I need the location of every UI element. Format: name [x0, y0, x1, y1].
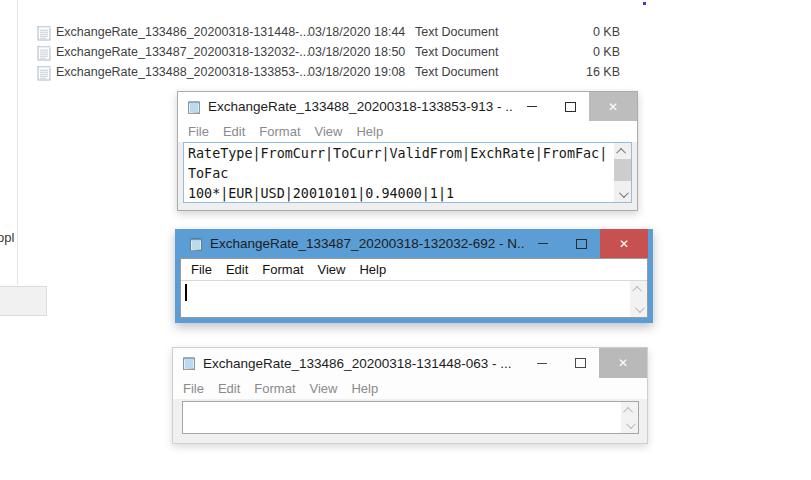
notepad-icon: [186, 99, 202, 115]
close-icon: ✕: [618, 356, 628, 370]
file-date: 03/18/2020 18:50: [308, 45, 405, 59]
text-area[interactable]: [181, 281, 647, 317]
file-size: 16 KB: [510, 65, 620, 79]
menu-file[interactable]: File: [184, 262, 219, 277]
close-button[interactable]: ✕: [599, 348, 647, 378]
menu-view[interactable]: View: [308, 124, 350, 139]
notepad-window-133486: ExchangeRate_133486_20200318-131448-063 …: [172, 347, 648, 444]
file-row[interactable]: ExchangeRate_133488_20200318-133853-... …: [30, 63, 652, 83]
window-title: ExchangeRate_133488_20200318-133853-913 …: [208, 99, 513, 114]
window-controls: ✕: [524, 229, 648, 258]
background-button-fragment: [0, 286, 47, 316]
text-line: 100*|EUR|USD|20010101|0.94000|1|1: [188, 184, 611, 202]
file-row[interactable]: ExchangeRate_133486_20200318-131448-... …: [30, 23, 652, 43]
file-type: Text Document: [415, 65, 498, 79]
chevron-down-icon: [635, 303, 645, 313]
menu-edit[interactable]: Edit: [211, 381, 247, 396]
menu-format[interactable]: Format: [255, 262, 310, 277]
scrollbar-thumb[interactable]: [614, 159, 631, 181]
file-date: 03/18/2020 18:44: [308, 25, 405, 39]
window-client-area: File Edit Format View Help: [180, 258, 648, 318]
scroll-up-button[interactable]: [614, 143, 631, 159]
file-list: ExchangeRate_133486_20200318-131448-... …: [30, 23, 652, 83]
window-controls: ✕: [523, 348, 647, 378]
background-window-edge: [17, 0, 18, 312]
text-cursor: [185, 284, 187, 301]
menubar: File Edit Format View Help: [181, 259, 647, 281]
minimize-button[interactable]: [513, 92, 551, 121]
notepad-icon: [188, 236, 204, 252]
text-file-icon: [37, 45, 51, 61]
vertical-scrollbar[interactable]: [621, 402, 638, 433]
vertical-scrollbar[interactable]: [614, 143, 631, 202]
titlebar[interactable]: ExchangeRate_133488_20200318-133853-913 …: [178, 92, 637, 121]
scroll-down-button[interactable]: [630, 301, 647, 317]
file-type: Text Document: [415, 25, 498, 39]
close-icon: ✕: [619, 237, 629, 251]
close-button[interactable]: ✕: [589, 92, 637, 121]
close-icon: ✕: [608, 100, 618, 114]
menubar: File Edit Format View Help: [178, 121, 637, 142]
chevron-up-icon: [623, 406, 633, 416]
window-controls: ✕: [513, 92, 637, 121]
scroll-up-button[interactable]: [621, 402, 638, 418]
menu-view[interactable]: View: [303, 381, 345, 396]
desktop: opl ExchangeRate_133486_20200318-131448-…: [0, 0, 811, 480]
scroll-down-button[interactable]: [621, 417, 638, 433]
close-button[interactable]: ✕: [600, 229, 648, 258]
file-size: 0 KB: [510, 25, 620, 39]
menubar: File Edit Format View Help: [173, 378, 647, 399]
text-line: ToFac: [188, 164, 611, 184]
text-area[interactable]: [182, 401, 639, 434]
text-area[interactable]: RateType|FromCurr|ToCurr|ValidFrom|ExchR…: [183, 142, 632, 203]
notepad-window-133488: ExchangeRate_133488_20200318-133853-913 …: [177, 91, 638, 211]
text-file-icon: [37, 65, 51, 81]
minimize-icon: [537, 363, 547, 364]
menu-help[interactable]: Help: [344, 381, 385, 396]
menu-file[interactable]: File: [181, 124, 216, 139]
maximize-icon: [576, 239, 587, 249]
menu-format[interactable]: Format: [252, 124, 307, 139]
file-row[interactable]: ExchangeRate_133487_20200318-132032-... …: [30, 43, 652, 63]
file-name: ExchangeRate_133487_20200318-132032-...: [56, 45, 310, 59]
cursor-artifact-dot: [643, 2, 646, 5]
menu-help[interactable]: Help: [349, 124, 390, 139]
maximize-button[interactable]: [561, 348, 599, 378]
minimize-icon: [527, 106, 537, 107]
maximize-button[interactable]: [551, 92, 589, 121]
menu-view[interactable]: View: [311, 262, 353, 277]
scroll-down-button[interactable]: [614, 186, 631, 202]
menu-help[interactable]: Help: [352, 262, 393, 277]
text-file-icon: [37, 25, 51, 41]
window-title: ExchangeRate_133487_20200318-132032-692 …: [210, 236, 524, 251]
notepad-window-133487: ExchangeRate_133487_20200318-132032-692 …: [175, 229, 653, 323]
chevron-up-icon: [632, 285, 642, 295]
file-size: 0 KB: [510, 45, 620, 59]
maximize-button[interactable]: [562, 229, 600, 258]
window-title: ExchangeRate_133486_20200318-131448-063 …: [203, 356, 523, 371]
titlebar[interactable]: ExchangeRate_133487_20200318-132032-692 …: [175, 229, 653, 258]
file-date: 03/18/2020 19:08: [308, 65, 405, 79]
menu-format[interactable]: Format: [247, 381, 302, 396]
maximize-icon: [565, 102, 576, 112]
chevron-down-icon: [626, 419, 636, 429]
maximize-icon: [575, 358, 586, 368]
minimize-button[interactable]: [523, 348, 561, 378]
menu-file[interactable]: File: [176, 381, 211, 396]
titlebar[interactable]: ExchangeRate_133486_20200318-131448-063 …: [173, 348, 647, 378]
minimize-icon: [538, 243, 548, 244]
scroll-up-button[interactable]: [630, 281, 647, 297]
menu-edit[interactable]: Edit: [216, 124, 252, 139]
file-name: ExchangeRate_133486_20200318-131448-...: [56, 25, 310, 39]
background-partial-text: opl: [0, 230, 14, 245]
minimize-button[interactable]: [524, 229, 562, 258]
document-text: RateType|FromCurr|ToCurr|ValidFrom|ExchR…: [188, 144, 611, 202]
vertical-scrollbar[interactable]: [630, 281, 647, 317]
text-line: RateType|FromCurr|ToCurr|ValidFrom|ExchR…: [188, 144, 611, 164]
chevron-up-icon: [616, 147, 626, 157]
file-type: Text Document: [415, 45, 498, 59]
chevron-down-icon: [619, 188, 629, 198]
menu-edit[interactable]: Edit: [219, 262, 255, 277]
notepad-icon: [181, 355, 197, 371]
file-name: ExchangeRate_133488_20200318-133853-...: [56, 65, 310, 79]
